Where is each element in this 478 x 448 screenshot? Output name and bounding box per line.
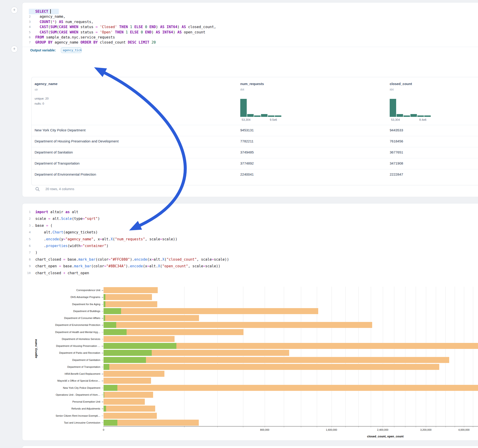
y-tick xyxy=(102,311,103,311)
code-line[interactable]: ) xyxy=(35,250,37,255)
page-gap-bottom xyxy=(0,441,478,446)
table-row[interactable]: Department of Transportation377489234719… xyxy=(31,158,478,169)
code-line[interactable]: .properties(width="container") xyxy=(35,244,108,248)
open-count-bar xyxy=(104,357,146,363)
code-line[interactable]: chart_open = base.mark_bar(color="#8BC34… xyxy=(35,264,220,268)
code-token xyxy=(98,25,100,29)
code-token: chart_open xyxy=(35,264,59,268)
gridline xyxy=(455,287,455,426)
open-count-bar xyxy=(104,343,176,349)
y-axis-label: DHS Advantage Programs xyxy=(22,296,100,299)
open-count-bar xyxy=(104,301,105,307)
column-header[interactable]: num_requests xyxy=(240,82,264,86)
code-line[interactable]: .encode(y="agency_name", x=alt.X("num_re… xyxy=(35,237,177,241)
column-header[interactable]: agency_name xyxy=(35,82,57,86)
gridline xyxy=(416,287,416,426)
x-axis-label: 3,200,000 xyxy=(420,428,432,431)
output-variable-pill[interactable]: agency_tickets xyxy=(61,48,82,53)
closed-count-bar xyxy=(104,406,155,412)
code-token: (type xyxy=(72,217,83,221)
code-line[interactable]: CAST(SUM(CASE WHEN status = 'Closed' THE… xyxy=(35,25,216,29)
code-token: END xyxy=(149,25,156,29)
add-cell-button-top[interactable]: + xyxy=(11,7,18,14)
code-line[interactable]: chart_closed + chart_open xyxy=(35,271,89,275)
x-tick xyxy=(426,426,426,427)
code-token: ) xyxy=(173,30,177,34)
table-row[interactable]: Department of Sanitation37494853677651 xyxy=(31,147,478,158)
code-token: WHEN xyxy=(70,25,78,29)
code-token: "closed_count" xyxy=(166,257,197,261)
code-token: ( xyxy=(48,224,53,228)
open-count-bar xyxy=(104,294,105,300)
open-count-bar xyxy=(104,350,152,356)
line-number: 4 xyxy=(24,230,31,234)
y-axis-label: Department of Sanitation xyxy=(22,359,100,361)
gridline xyxy=(371,287,371,426)
python-code-editor[interactable]: 1import altair as alt2scale = alt.Scale(… xyxy=(22,204,478,277)
code-token: CAST xyxy=(40,30,48,34)
page-gap-mid xyxy=(0,197,478,203)
code-token xyxy=(143,30,145,34)
histogram-bar xyxy=(390,99,396,117)
code-line[interactable]: alt.Chart(agency_tickets) xyxy=(35,230,98,234)
code-line[interactable]: chart_closed = base.mark_bar(color="#FFC… xyxy=(35,257,229,261)
cell-agency-name: Department of Transportation xyxy=(35,161,80,165)
column-stat: nulls: 0 xyxy=(35,102,44,105)
y-tick xyxy=(102,339,103,339)
histogram-bar xyxy=(240,99,247,117)
code-line[interactable]: scale = alt.Scale(type="sqrt") xyxy=(35,217,100,221)
line-number: 7 xyxy=(24,251,31,254)
code-token: (y xyxy=(59,237,63,241)
gridline xyxy=(346,287,346,426)
fold-caret-icon[interactable]: ⌄ xyxy=(32,225,34,227)
code-line[interactable]: import altair as alt xyxy=(35,210,78,214)
code-token: (color xyxy=(95,257,108,261)
code-token: closed_count, xyxy=(186,25,216,29)
line-number: 3 xyxy=(24,224,31,227)
column-header[interactable]: closed_count xyxy=(390,82,412,86)
code-line[interactable]: CAST(SUM(CASE WHEN status = 'Open' THEN … xyxy=(35,30,205,34)
code-token: ( xyxy=(48,25,50,29)
code-line[interactable]: FROM sample_data.nyc.service_requests xyxy=(35,35,115,39)
y-tick xyxy=(102,409,103,409)
gridline xyxy=(217,287,218,426)
table-row[interactable]: New York City Police Department945313194… xyxy=(31,125,478,136)
open-count-bar xyxy=(104,385,117,391)
code-line[interactable]: agency_name, xyxy=(35,14,65,19)
code-token: ( xyxy=(164,257,166,261)
sql-cell: 1⌄SELECT 2 agency_name,3 COUNT(*) AS num… xyxy=(22,2,478,197)
code-token: 1 xyxy=(126,30,128,34)
open-count-bar xyxy=(104,420,117,426)
code-token xyxy=(137,40,138,44)
code-token: = xyxy=(100,237,102,241)
column-type: i64 xyxy=(240,88,244,91)
x-tick xyxy=(217,426,218,427)
sql-code-editor[interactable]: 1⌄SELECT 2 agency_name,3 COUNT(*) AS num… xyxy=(22,3,478,49)
table-row[interactable]: Department of Housing Preservation and D… xyxy=(31,136,478,147)
code-token: base xyxy=(35,224,46,228)
code-token xyxy=(117,25,119,29)
x-tick xyxy=(346,426,346,427)
code-line[interactable]: COUNT(*) AS num_requests, xyxy=(35,20,93,24)
code-token: scale)) xyxy=(205,264,220,268)
y-tick xyxy=(102,360,103,361)
y-axis-label: Department of Environmental Protection xyxy=(22,324,100,326)
code-line[interactable]: GROUP BY agency_name ORDER BY closed_cou… xyxy=(35,40,156,44)
code-line[interactable]: SELECT xyxy=(35,9,50,14)
y-tick xyxy=(102,367,103,367)
code-token xyxy=(132,25,134,29)
table-row[interactable]: Department of Environmental Protection22… xyxy=(31,169,478,180)
y-tick xyxy=(102,416,103,416)
x-tick xyxy=(446,426,446,427)
x-axis-label: 0 xyxy=(103,428,104,431)
line-number: 1 xyxy=(24,210,31,214)
y-tick xyxy=(102,402,103,402)
text-cursor xyxy=(50,9,51,14)
code-token xyxy=(128,25,130,29)
code-token: agency_name, xyxy=(35,14,65,19)
x-tick xyxy=(394,426,394,427)
code-line[interactable]: base = ( xyxy=(35,224,53,228)
search-icon[interactable] xyxy=(35,187,40,192)
add-cell-button-output[interactable]: + xyxy=(11,46,18,53)
y-tick xyxy=(102,381,103,381)
